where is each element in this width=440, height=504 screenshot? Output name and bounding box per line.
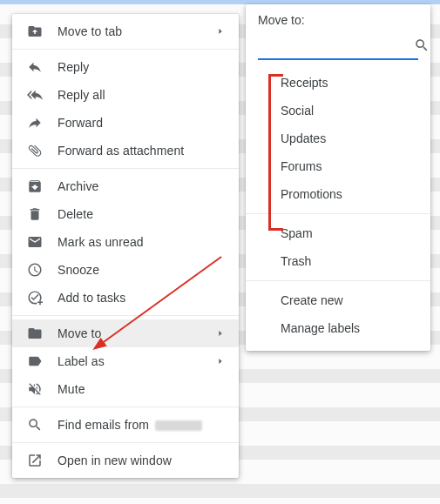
- create-new-label[interactable]: Create new: [246, 286, 430, 314]
- move-to-search-input[interactable]: [258, 37, 414, 53]
- menu-label: Move to tab: [58, 24, 216, 38]
- menu-mute[interactable]: Mute: [12, 375, 239, 403]
- menu-label: Add to tasks: [58, 291, 225, 305]
- attachment-icon: [26, 142, 44, 159]
- menu-label-as[interactable]: Label as: [12, 347, 239, 375]
- menu-label: Reply: [58, 60, 225, 74]
- menu-move-to-tab[interactable]: Move to tab: [12, 17, 239, 45]
- divider: [12, 442, 239, 443]
- label-spam[interactable]: Spam: [246, 219, 430, 247]
- menu-move-to[interactable]: Move to: [12, 319, 239, 347]
- sender-name-blurred: [155, 420, 202, 431]
- label-social[interactable]: Social: [246, 97, 430, 124]
- move-to-submenu: Move to: Receipts Social Updates Forums …: [246, 4, 430, 351]
- snooze-icon: [26, 261, 44, 279]
- reply-icon: [26, 58, 44, 76]
- archive-icon: [26, 178, 44, 195]
- delete-icon: [26, 205, 44, 223]
- menu-forward[interactable]: Forward: [12, 109, 239, 137]
- label-forums[interactable]: Forums: [246, 152, 430, 180]
- search-icon: [26, 416, 44, 433]
- menu-find-emails[interactable]: Find emails from: [12, 411, 239, 439]
- menu-label: Find emails from: [58, 418, 225, 432]
- manage-labels[interactable]: Manage labels: [246, 314, 430, 342]
- menu-label: Label as: [58, 354, 216, 368]
- open-new-window-icon: [26, 452, 44, 469]
- chevron-right-icon: [216, 357, 225, 366]
- labels-group: Receipts Social Updates Forums Promotion…: [246, 64, 430, 213]
- add-tasks-icon: [26, 289, 44, 306]
- menu-add-to-tasks[interactable]: Add to tasks: [12, 284, 239, 312]
- search-icon: [414, 37, 430, 53]
- special-group: Spam Trash: [246, 214, 430, 280]
- menu-open-new-window[interactable]: Open in new window: [12, 447, 239, 474]
- menu-snooze[interactable]: Snooze: [12, 256, 239, 284]
- label-trash[interactable]: Trash: [246, 247, 430, 275]
- submenu-title: Move to:: [246, 4, 430, 32]
- label-receipts[interactable]: Receipts: [246, 69, 430, 97]
- find-emails-text: Find emails from: [58, 418, 149, 432]
- menu-label: Forward: [58, 116, 225, 130]
- divider: [12, 49, 239, 50]
- label-icon: [26, 353, 44, 370]
- actions-group: Create new Manage labels: [246, 281, 430, 347]
- menu-reply[interactable]: Reply: [12, 53, 239, 81]
- menu-label: Move to: [58, 326, 216, 340]
- chevron-right-icon: [216, 27, 225, 36]
- menu-label: Mark as unread: [58, 235, 225, 249]
- label-promotions[interactable]: Promotions: [246, 180, 430, 208]
- mark-unread-icon: [26, 233, 44, 251]
- label-updates[interactable]: Updates: [246, 124, 430, 152]
- menu-label: Snooze: [58, 263, 225, 277]
- divider: [12, 168, 239, 169]
- menu-forward-attachment[interactable]: Forward as attachment: [12, 137, 239, 165]
- reply-all-icon: [26, 86, 44, 104]
- menu-delete[interactable]: Delete: [12, 200, 239, 228]
- mute-icon: [26, 380, 44, 398]
- menu-label: Open in new window: [58, 454, 225, 467]
- chevron-right-icon: [216, 329, 225, 338]
- menu-label: Archive: [58, 179, 225, 193]
- menu-label: Delete: [58, 207, 225, 221]
- menu-reply-all[interactable]: Reply all: [12, 81, 239, 109]
- move-to-tab-icon: [26, 23, 44, 40]
- menu-archive[interactable]: Archive: [12, 172, 239, 200]
- menu-label: Forward as attachment: [58, 144, 225, 158]
- divider: [12, 315, 239, 316]
- menu-label: Reply all: [58, 88, 225, 102]
- divider: [12, 407, 239, 407]
- menu-label: Mute: [58, 382, 225, 396]
- menu-mark-unread[interactable]: Mark as unread: [12, 228, 239, 256]
- forward-icon: [26, 114, 44, 131]
- context-menu: Move to tab Reply Reply all Forward Forw…: [12, 14, 239, 478]
- folder-move-icon: [26, 325, 44, 342]
- move-to-search[interactable]: [258, 32, 418, 60]
